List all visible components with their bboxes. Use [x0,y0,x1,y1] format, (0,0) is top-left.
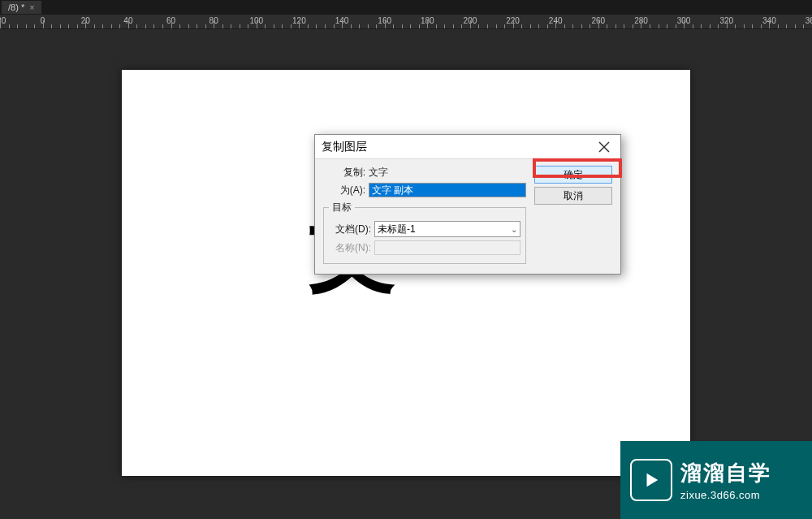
duplicate-layer-dialog: 复制图层 复制: 文字 为(A): 文字 副本 目标 文档(D): 未标题-1 … [314,134,621,275]
copy-value: 文字 [369,166,388,179]
document-value: 未标题-1 [378,223,416,236]
tab-bar: /8) * × [0,0,812,15]
ruler-label: 360 [806,16,812,25]
dialog-title: 复制图层 [322,140,367,154]
copy-row: 复制: 文字 [323,166,526,179]
svg-marker-2 [647,474,659,487]
watermark-sub: zixue.3d66.com [680,489,771,501]
dialog-titlebar[interactable]: 复制图层 [315,135,620,159]
document-select[interactable]: 未标题-1 ⌄ [374,221,520,237]
watermark-main: 溜溜自学 [680,459,771,487]
target-legend: 目标 [329,201,355,214]
tab-close-icon[interactable]: × [29,2,34,12]
ok-button[interactable]: 确定 [534,166,612,184]
cancel-button[interactable]: 取消 [534,187,612,205]
watermark: 溜溜自学 zixue.3d66.com [620,441,812,519]
play-icon [630,459,672,501]
name-label: 名称(N): [329,241,374,255]
copy-label: 复制: [323,166,369,179]
button-column: 确定 取消 [534,166,612,264]
ruler-label: -20 [0,16,6,25]
target-fieldset: 目标 文档(D): 未标题-1 ⌄ 名称(N): [323,201,526,264]
tab-label: /8) * [8,2,24,12]
form-column: 复制: 文字 为(A): 文字 副本 目标 文档(D): 未标题-1 ⌄ 名称(… [323,166,526,264]
document-label: 文档(D): [329,223,374,236]
as-label: 为(A): [323,184,369,197]
document-row: 文档(D): 未标题-1 ⌄ [329,221,520,237]
name-row: 名称(N): [329,240,520,255]
name-input [374,240,520,255]
ruler-horizontal: -200204060801001201401601802002202402602… [0,15,812,29]
close-icon[interactable] [594,137,614,157]
watermark-text: 溜溜自学 zixue.3d66.com [680,459,771,501]
chevron-down-icon: ⌄ [511,225,517,234]
dialog-body: 复制: 文字 为(A): 文字 副本 目标 文档(D): 未标题-1 ⌄ 名称(… [315,159,620,274]
document-tab[interactable]: /8) * × [2,1,41,14]
as-input[interactable]: 文字 副本 [369,183,526,197]
as-row: 为(A): 文字 副本 [323,183,526,197]
